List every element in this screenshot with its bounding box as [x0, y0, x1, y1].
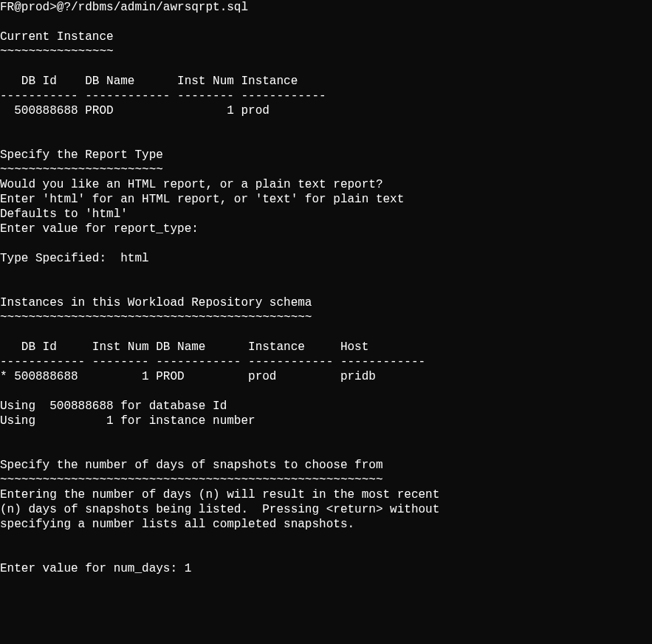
current-instance-table-divider: ----------- ------------ -------- ------…	[0, 89, 326, 103]
section-current-instance-title: Current Instance	[0, 30, 114, 44]
num-days-input-prompt: Enter value for num_days: 1	[0, 562, 191, 575]
using-database-id-line: Using 500888688 for database Id	[0, 400, 227, 413]
instances-table-header: DB Id Inst Num DB Name Instance Host	[0, 340, 368, 354]
section-instances-title: Instances in this Workload Repository sc…	[0, 296, 312, 309]
section-num-days-title: Specify the number of days of snapshots …	[0, 459, 382, 472]
section-instances-underline: ~~~~~~~~~~~~~~~~~~~~~~~~~~~~~~~~~~~~~~~~…	[0, 311, 312, 324]
section-report-type-title: Specify the Report Type	[0, 148, 163, 162]
sql-prompt-line: FR@prod>@?/rdbms/admin/awrsqrpt.sql	[0, 1, 248, 14]
current-instance-table-row: 500888688 PROD 1 prod	[0, 104, 270, 117]
section-num-days-underline: ~~~~~~~~~~~~~~~~~~~~~~~~~~~~~~~~~~~~~~~~…	[0, 473, 382, 487]
report-type-question-1: Would you like an HTML report, or a plai…	[0, 178, 382, 191]
terminal-output[interactable]: FR@prod>@?/rdbms/admin/awrsqrpt.sql Curr…	[0, 0, 652, 576]
using-instance-number-line: Using 1 for instance number	[0, 414, 255, 428]
section-report-type-underline: ~~~~~~~~~~~~~~~~~~~~~~~	[0, 163, 163, 177]
report-type-input-prompt: Enter value for report_type:	[0, 222, 199, 236]
num-days-paragraph-3: specifying a number lists all completed …	[0, 518, 354, 531]
instances-table-row: * 500888688 1 PROD prod pridb	[0, 370, 376, 383]
report-type-question-2: Enter 'html' for an HTML report, or 'tex…	[0, 193, 404, 206]
section-current-instance-underline: ~~~~~~~~~~~~~~~~	[0, 45, 114, 58]
num-days-paragraph-1: Entering the number of days (n) will res…	[0, 488, 439, 501]
num-days-paragraph-2: (n) days of snapshots being listed. Pres…	[0, 503, 439, 516]
type-specified-line: Type Specified: html	[0, 252, 149, 265]
current-instance-table-header: DB Id DB Name Inst Num Instance	[0, 75, 298, 88]
report-type-question-3: Defaults to 'html'	[0, 208, 128, 221]
instances-table-divider: ------------ -------- ------------ -----…	[0, 355, 425, 369]
